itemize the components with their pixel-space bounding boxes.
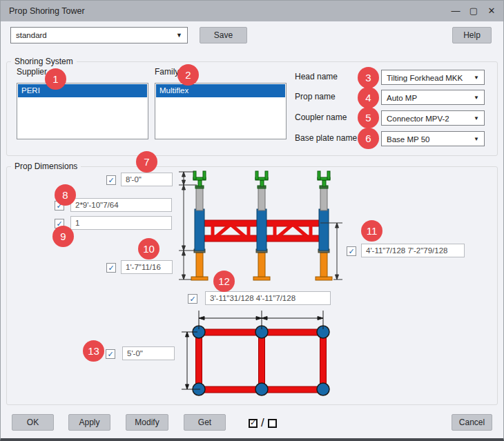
preset-combobox[interactable]: standard ▼ (10, 27, 188, 43)
list-item-supplier[interactable]: PERI (18, 84, 147, 97)
bay-depth-input[interactable] (122, 346, 175, 360)
fork-head-icon (255, 171, 268, 188)
elevation-diagram (173, 168, 346, 285)
maximize-icon[interactable]: ▢ (465, 1, 483, 21)
base-extension-checkbox[interactable] (106, 263, 116, 273)
prop-name-select[interactable]: Auto MP ▼ (381, 90, 485, 105)
close-icon[interactable]: ✕ (483, 1, 501, 21)
dialog-window: Prop Shoring Tower — ▢ ✕ standard ▼ Save… (0, 0, 504, 441)
family-listbox[interactable]: Multiflex (155, 83, 287, 139)
callout-badge-5: 5 (358, 107, 379, 128)
bay-depth-checkbox[interactable] (106, 349, 115, 359)
callout-badge-7: 7 (136, 151, 157, 173)
head-extension-checkbox[interactable] (106, 175, 116, 185)
base-extension-input[interactable] (121, 260, 173, 274)
title-bar[interactable]: Prop Shoring Tower — ▢ ✕ (1, 1, 503, 21)
callout-badge-2: 2 (177, 64, 199, 86)
save-button[interactable]: Save (200, 27, 247, 43)
head-name-select[interactable]: Tilting Forkhead MKK ▼ (381, 70, 485, 85)
coupler-name-value: Connector MPV-2 (387, 111, 449, 126)
chevron-down-icon: ▼ (474, 111, 479, 126)
count-input[interactable] (70, 216, 172, 230)
coupler-name-label: Coupler name (295, 112, 347, 122)
help-button[interactable]: Help (452, 27, 492, 43)
window-title: Prop Shoring Tower (9, 1, 85, 21)
callout-badge-6: 6 (358, 128, 379, 149)
side-heights-checkbox[interactable] (347, 246, 356, 256)
head-extension-input[interactable] (121, 173, 173, 186)
apply-button[interactable]: Apply (68, 414, 110, 431)
callout-badge-9: 9 (52, 226, 74, 247)
head-name-value: Tilting Forkhead MKK (387, 70, 463, 86)
plan-dimension-lines (182, 311, 323, 389)
callout-badge-13: 13 (83, 340, 104, 362)
head-name-label: Head name (295, 72, 338, 81)
supplier-label: Supplier (17, 67, 47, 77)
callout-badge-8: 8 (55, 184, 76, 206)
minimize-icon[interactable]: — (447, 1, 465, 21)
bay-spans-input[interactable] (205, 291, 331, 305)
modify-button[interactable]: Modify (126, 414, 168, 431)
unchecked-box-icon (268, 419, 277, 428)
callout-badge-4: 4 (358, 87, 379, 108)
callout-badge-12: 12 (213, 271, 235, 292)
chevron-down-icon: ▼ (474, 132, 479, 147)
cancel-button[interactable]: Cancel (452, 414, 492, 431)
bay-spans-checkbox[interactable] (188, 294, 197, 304)
preset-combobox-value: standard (16, 28, 47, 43)
shoring-system-legend: Shoring System (11, 57, 77, 66)
toggle-separator: / (261, 416, 264, 430)
chevron-down-icon: ▼ (474, 70, 479, 86)
check-all-toggle[interactable]: / (249, 415, 277, 431)
plan-diagram (179, 308, 331, 398)
coupler-name-select[interactable]: Connector MPV-2 ▼ (381, 110, 485, 126)
prop-length-input[interactable] (70, 198, 172, 212)
chevron-down-icon: ▼ (176, 28, 182, 43)
base-plate-name-label: Base plate name (295, 133, 357, 143)
ok-button[interactable]: OK (12, 414, 54, 431)
callout-badge-10: 10 (138, 238, 159, 259)
side-heights-input[interactable] (361, 244, 465, 257)
callout-badge-3: 3 (358, 67, 379, 88)
supplier-listbox[interactable]: PERI (17, 83, 148, 139)
fork-head-icon (318, 171, 330, 188)
prop-name-label: Prop name (295, 92, 336, 101)
shoring-system-group: Shoring System Supplier PERI Family Mult… (6, 61, 498, 156)
list-item-family[interactable]: Multiflex (156, 84, 285, 97)
base-plate-name-value: Base MP 50 (387, 132, 429, 147)
get-button[interactable]: Get (184, 414, 226, 431)
family-label: Family (155, 67, 179, 77)
left-dimension-lines (179, 172, 197, 280)
prop-dimensions-legend: Prop Dimensions (11, 161, 81, 171)
chevron-down-icon: ▼ (474, 90, 479, 106)
base-plate-name-select[interactable]: Base MP 50 ▼ (381, 131, 485, 146)
callout-badge-11: 11 (361, 220, 382, 242)
checked-box-icon (249, 419, 258, 428)
fork-head-icon (193, 171, 206, 188)
prop-name-value: Auto MP (387, 90, 417, 106)
callout-badge-1: 1 (45, 68, 66, 90)
